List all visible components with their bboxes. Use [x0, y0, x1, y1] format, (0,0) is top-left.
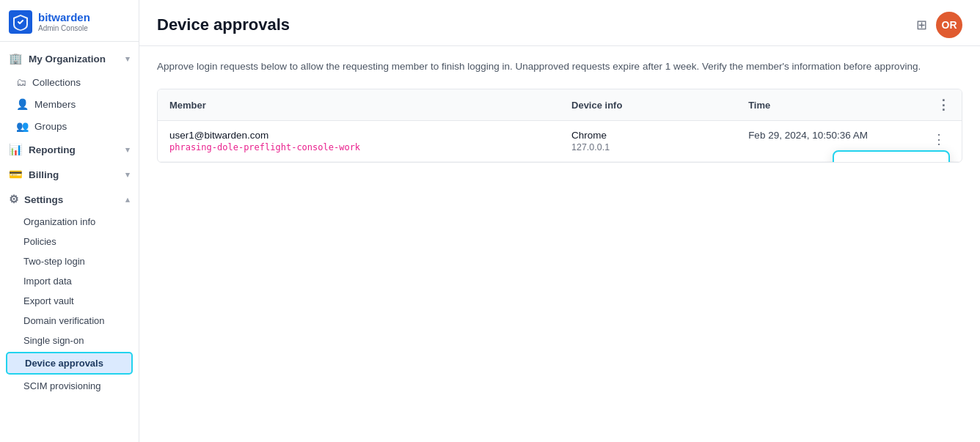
- request-time: Feb 29, 2024, 10:50:36 AM: [748, 130, 868, 141]
- reporting-icon: 📊: [9, 143, 23, 156]
- checkmark-icon: ✓: [846, 161, 854, 163]
- page-description: Approve login requests below to allow th…: [157, 59, 927, 74]
- sidebar-sub-item-single-sign-on[interactable]: Single sign-on: [0, 331, 139, 350]
- sidebar-item-billing[interactable]: 💳 Billing ▾: [0, 162, 139, 187]
- device-name: Chrome: [571, 130, 725, 141]
- sidebar-item-label: Settings: [24, 194, 63, 205]
- settings-icon: ⚙: [9, 193, 18, 206]
- sidebar: bitwarden Admin Console 🏢 My Organizatio…: [0, 0, 139, 442]
- grid-icon[interactable]: ⊞: [916, 17, 927, 33]
- chevron-up-icon: ▴: [125, 195, 130, 205]
- sidebar-item-members[interactable]: 👤 Members: [0, 93, 139, 115]
- device-cell: Chrome 127.0.0.1: [560, 121, 736, 162]
- member-email: user1@bitwarden.com: [169, 130, 548, 141]
- sidebar-item-label: Reporting: [29, 144, 76, 155]
- groups-icon: 👥: [16, 120, 29, 132]
- col-header-device: Device info: [560, 89, 736, 121]
- main-body: Approve login requests below to allow th…: [139, 46, 980, 176]
- sidebar-item-label: My Organization: [29, 54, 106, 65]
- action-dropdown: ⋮ ✓ Approve request ✕ Deny request: [928, 130, 950, 149]
- org-icon: 🏢: [9, 52, 23, 65]
- collections-icon: 🗂: [16, 76, 26, 88]
- page-title: Device approvals: [157, 15, 916, 34]
- approvals-table: Member Device info Time ⋮ user1@bitwarde…: [157, 89, 962, 163]
- logo: bitwarden Admin Console: [0, 0, 139, 42]
- table-more-icon[interactable]: ⋮: [937, 97, 950, 112]
- sidebar-item-label: Collections: [32, 77, 81, 88]
- sidebar-sub-item-domain-verification[interactable]: Domain verification: [0, 311, 139, 331]
- header-actions: ⊞ OR: [916, 12, 962, 38]
- sidebar-item-label: Groups: [34, 121, 67, 132]
- col-header-action: ⋮: [913, 89, 962, 121]
- sidebar-item-label: Billing: [29, 169, 59, 180]
- sidebar-sub-item-device-approvals[interactable]: Device approvals: [6, 352, 133, 375]
- chevron-down-icon: ▾: [125, 145, 130, 155]
- sidebar-item-my-org[interactable]: 🏢 My Organization ▾: [0, 46, 139, 71]
- chevron-down-icon: ▾: [125, 170, 130, 180]
- sidebar-nav: 🏢 My Organization ▾ 🗂 Collections 👤 Memb…: [0, 42, 139, 442]
- main-content: Device approvals ⊞ OR Approve login requ…: [139, 0, 980, 442]
- sidebar-item-settings[interactable]: ⚙ Settings ▴: [0, 187, 139, 212]
- sidebar-sub-item-scim-provisioning[interactable]: SCIM provisioning: [0, 376, 139, 396]
- col-header-time: Time: [736, 89, 913, 121]
- chevron-down-icon: ▾: [125, 54, 130, 64]
- sidebar-sub-item-two-step-login[interactable]: Two-step login: [0, 251, 139, 271]
- kebab-menu-button[interactable]: ⋮: [928, 130, 950, 149]
- avatar[interactable]: OR: [936, 12, 962, 38]
- logo-sub: Admin Console: [38, 24, 90, 32]
- approve-request-item[interactable]: ✓ Approve request: [834, 155, 948, 163]
- sidebar-sub-item-policies[interactable]: Policies: [0, 232, 139, 251]
- members-icon: 👤: [16, 98, 29, 110]
- logo-name: bitwarden: [38, 12, 90, 24]
- approve-label: Approve request: [860, 161, 932, 163]
- action-dropdown-menu: ✓ Approve request ✕ Deny request: [833, 150, 950, 163]
- member-cell: user1@bitwarden.com phrasing-dole-prefli…: [158, 121, 560, 162]
- sidebar-sub-item-org-info[interactable]: Organization info: [0, 212, 139, 232]
- sidebar-sub-item-import-data[interactable]: Import data: [0, 271, 139, 291]
- table-row: user1@bitwarden.com phrasing-dole-prefli…: [158, 121, 962, 162]
- page-header: Device approvals ⊞ OR: [139, 0, 980, 46]
- sidebar-item-reporting[interactable]: 📊 Reporting ▾: [0, 137, 139, 162]
- billing-icon: 💳: [9, 168, 23, 181]
- sidebar-sub-item-export-vault[interactable]: Export vault: [0, 291, 139, 311]
- sidebar-item-label: Members: [34, 99, 76, 110]
- device-ip: 127.0.0.1: [571, 142, 725, 152]
- col-header-member: Member: [158, 89, 560, 121]
- sidebar-item-collections[interactable]: 🗂 Collections: [0, 71, 139, 93]
- bitwarden-logo-icon: [9, 10, 32, 34]
- action-cell: ⋮ ✓ Approve request ✕ Deny request: [913, 121, 962, 162]
- sidebar-item-groups[interactable]: 👥 Groups: [0, 115, 139, 137]
- member-fingerprint: phrasing-dole-preflight-console-work: [169, 142, 548, 152]
